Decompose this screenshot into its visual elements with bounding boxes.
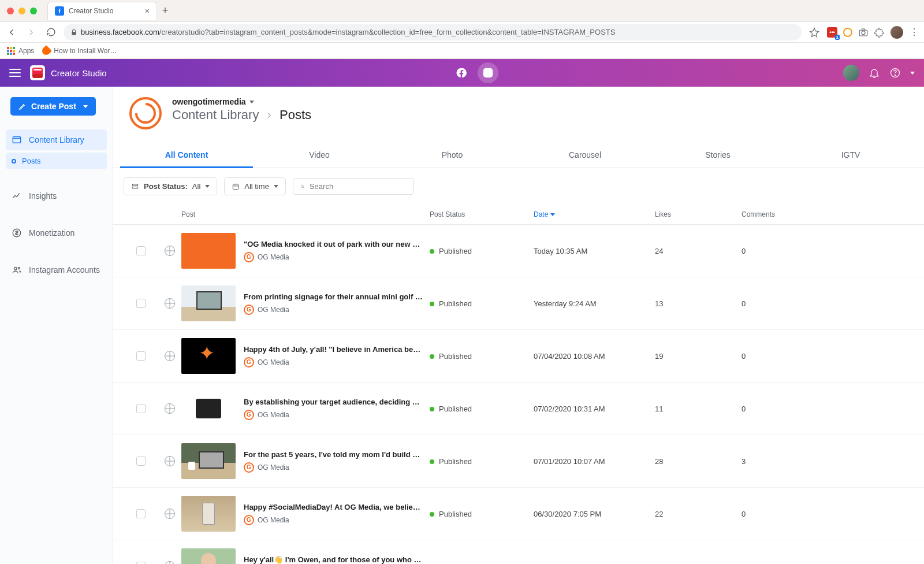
likes-cell: 19 bbox=[655, 352, 742, 361]
post-status-filter[interactable]: Post Status: All bbox=[124, 177, 217, 195]
table-row[interactable]: Happy 4th of July, y'all! "I believe in … bbox=[113, 330, 924, 383]
content-tabs: All Content Video Photo Carousel Stories… bbox=[113, 142, 924, 168]
status-dot-icon bbox=[430, 459, 434, 464]
extension-puzzle-icon[interactable] bbox=[874, 27, 885, 38]
chevron-right-icon: › bbox=[267, 107, 271, 122]
extension-lastpass-icon[interactable]: •••1 bbox=[827, 27, 837, 38]
col-likes[interactable]: Likes bbox=[655, 210, 742, 218]
time-range-filter[interactable]: All time bbox=[224, 177, 286, 195]
account-selector[interactable]: owengotimermedia bbox=[172, 97, 311, 106]
post-thumbnail[interactable] bbox=[181, 548, 236, 564]
status-cell: Published bbox=[430, 510, 534, 518]
post-source: GOG Media bbox=[244, 305, 423, 315]
breadcrumb-root[interactable]: Content Library bbox=[172, 107, 259, 122]
account-avatar-icon[interactable] bbox=[129, 97, 162, 129]
close-window-icon[interactable] bbox=[7, 8, 14, 14]
user-avatar-icon[interactable] bbox=[843, 65, 859, 81]
row-checkbox[interactable] bbox=[136, 562, 146, 564]
bell-icon[interactable] bbox=[869, 67, 880, 79]
table-row[interactable]: Happy #SocialMediaDay! At OG Media, we b… bbox=[113, 488, 924, 540]
row-checkbox[interactable] bbox=[136, 509, 146, 518]
extension-icons: •••1 ⋮ bbox=[827, 26, 919, 39]
comments-cell: 0 bbox=[742, 510, 817, 518]
row-checkbox[interactable] bbox=[136, 246, 146, 255]
app-title: Creator Studio bbox=[51, 68, 107, 78]
post-thumbnail[interactable] bbox=[181, 285, 236, 321]
sidebar-item-instagram-accounts[interactable]: Instagram Accounts bbox=[6, 259, 107, 280]
svg-rect-11 bbox=[132, 184, 137, 185]
post-thumbnail[interactable] bbox=[181, 338, 236, 374]
status-cell: Published bbox=[430, 562, 534, 565]
browser-tab[interactable]: f Creator Studio × bbox=[47, 2, 157, 20]
window-controls[interactable] bbox=[7, 8, 37, 14]
post-source: GOG Media bbox=[244, 515, 423, 525]
row-checkbox[interactable] bbox=[136, 351, 146, 361]
sidebar-item-monetization[interactable]: Monetization bbox=[6, 222, 107, 243]
status-dot-icon bbox=[430, 512, 434, 517]
browser-menu-icon[interactable]: ⋮ bbox=[909, 27, 919, 38]
extension-circle-icon[interactable] bbox=[843, 28, 852, 37]
tab-carousel[interactable]: Carousel bbox=[519, 142, 651, 168]
sidebar-item-content-library[interactable]: Content Library bbox=[6, 129, 107, 150]
howto-bookmark[interactable]: How to Install Wor… bbox=[42, 47, 117, 55]
facebook-network-icon[interactable] bbox=[451, 62, 472, 83]
facebook-favicon-icon: f bbox=[55, 6, 64, 16]
post-source: GOG Media bbox=[244, 410, 423, 420]
row-checkbox[interactable] bbox=[136, 404, 146, 413]
post-thumbnail[interactable] bbox=[181, 496, 236, 532]
sidebar-subitem-posts[interactable]: Posts bbox=[6, 153, 107, 169]
tab-stories[interactable]: Stories bbox=[651, 142, 784, 168]
search-field[interactable] bbox=[310, 182, 407, 191]
filter-icon bbox=[131, 183, 139, 191]
table-row[interactable]: "OG Media knocked it out of park with ou… bbox=[113, 225, 924, 277]
new-tab-button[interactable]: + bbox=[157, 3, 173, 19]
post-thumbnail[interactable] bbox=[181, 233, 236, 269]
row-checkbox[interactable] bbox=[136, 299, 146, 308]
filters-bar: Post Status: All All time bbox=[113, 168, 924, 205]
status-cell: Published bbox=[430, 457, 534, 466]
post-thumbnail[interactable] bbox=[181, 391, 236, 426]
status-cell: Published bbox=[430, 247, 534, 255]
svg-point-3 bbox=[486, 71, 490, 75]
instagram-network-icon[interactable] bbox=[478, 62, 498, 83]
network-switcher bbox=[107, 62, 843, 83]
close-tab-icon[interactable]: × bbox=[145, 6, 150, 16]
date-cell: 06/30/2020 7:05 PM bbox=[534, 510, 655, 518]
post-thumbnail[interactable] bbox=[181, 443, 236, 479]
col-date[interactable]: Date bbox=[534, 210, 655, 218]
minimize-window-icon[interactable] bbox=[18, 8, 25, 14]
create-post-button[interactable]: Create Post bbox=[10, 97, 96, 116]
col-status[interactable]: Post Status bbox=[430, 210, 534, 218]
forward-button[interactable] bbox=[24, 25, 38, 39]
status-cell: Published bbox=[430, 405, 534, 413]
search-input[interactable] bbox=[293, 178, 414, 195]
status-dot-icon bbox=[430, 354, 434, 359]
sidebar-item-insights[interactable]: Insights bbox=[6, 185, 107, 206]
back-button[interactable] bbox=[5, 25, 18, 39]
row-checkbox[interactable] bbox=[136, 457, 146, 466]
table-row[interactable]: Hey y'all👋 I'm Owen, and for those of yo… bbox=[113, 540, 924, 564]
header-menu-caret-icon[interactable] bbox=[910, 72, 915, 75]
profile-avatar-icon[interactable] bbox=[891, 26, 903, 39]
table-row[interactable]: From printing signage for their annual m… bbox=[113, 277, 924, 330]
tab-video[interactable]: Video bbox=[253, 142, 386, 168]
url-bar[interactable]: business.facebook.com/creatorstudio?tab=… bbox=[64, 24, 802, 40]
extension-camera-icon[interactable] bbox=[858, 27, 869, 38]
tab-all-content[interactable]: All Content bbox=[120, 142, 253, 168]
post-cell: For the past 5 years, I've told my mom I… bbox=[181, 443, 430, 479]
help-icon[interactable] bbox=[889, 67, 901, 79]
apps-bookmark[interactable]: Apps bbox=[7, 47, 34, 55]
source-badge-icon: G bbox=[244, 462, 254, 473]
col-post[interactable]: Post bbox=[181, 210, 430, 218]
tab-igtv[interactable]: IGTV bbox=[784, 142, 917, 168]
globe-icon bbox=[165, 298, 175, 309]
status-dot-icon bbox=[430, 407, 434, 411]
hamburger-menu-icon[interactable] bbox=[9, 69, 21, 77]
table-row[interactable]: For the past 5 years, I've told my mom I… bbox=[113, 435, 924, 488]
star-bookmark-icon[interactable] bbox=[807, 25, 821, 39]
reload-button[interactable] bbox=[44, 25, 58, 39]
tab-photo[interactable]: Photo bbox=[386, 142, 519, 168]
col-comments[interactable]: Comments bbox=[742, 210, 817, 218]
table-row[interactable]: By establishing your target audience, de… bbox=[113, 383, 924, 435]
fullscreen-window-icon[interactable] bbox=[30, 8, 37, 14]
